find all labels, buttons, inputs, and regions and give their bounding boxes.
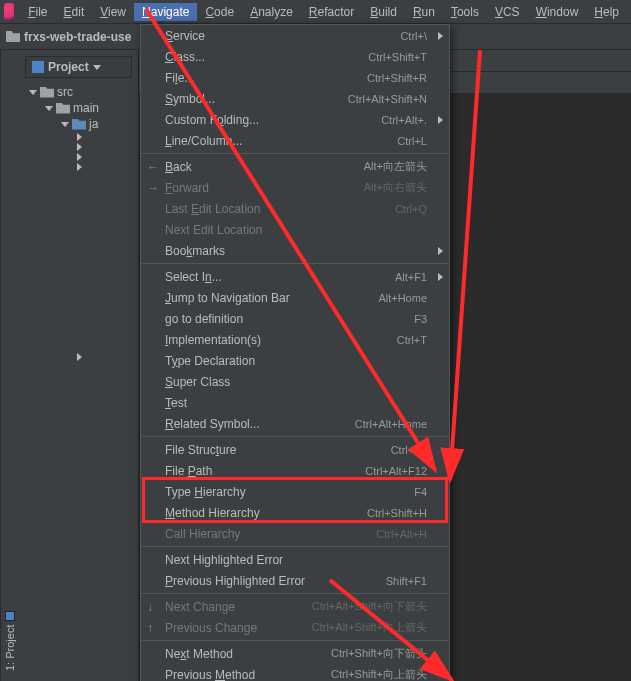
forward-arrow-icon: →: [147, 181, 159, 195]
menu-item-last-edit-location: Last Edit LocationCtrl+Q: [141, 198, 449, 219]
menu-item-next-highlighted-error[interactable]: Next Highlighted Error: [141, 549, 449, 570]
menu-edit[interactable]: Edit: [56, 3, 93, 21]
submenu-arrow-icon: [438, 273, 443, 281]
menu-item-bookmarks[interactable]: Bookmarks: [141, 240, 449, 261]
project-header-label: Project: [48, 60, 89, 74]
project-name[interactable]: frxs-web-trade-use: [24, 30, 131, 44]
menu-item-call-hierarchy: Call HierarchyCtrl+Alt+H: [141, 523, 449, 544]
menu-help[interactable]: Help: [586, 3, 627, 21]
menu-item-service[interactable]: ServiceCtrl+\: [141, 25, 449, 46]
menu-window[interactable]: Window: [528, 3, 587, 21]
menu-item-related-symbol[interactable]: Related Symbol...Ctrl+Alt+Home: [141, 413, 449, 434]
menu-item-symbol[interactable]: Symbol...Ctrl+Alt+Shift+N: [141, 88, 449, 109]
menu-item-super-class[interactable]: Super Class: [141, 371, 449, 392]
menu-item-class[interactable]: Class...Ctrl+Shift+T: [141, 46, 449, 67]
menu-item-back[interactable]: ←BackAlt+向左箭头: [141, 156, 449, 177]
menu-item-file-structure[interactable]: File StructureCtrl+F3: [141, 439, 449, 460]
menu-file[interactable]: File: [20, 3, 55, 21]
project-icon: [5, 611, 15, 621]
navigate-menu-dropdown: ServiceCtrl+\Class...Ctrl+Shift+TFile...…: [140, 24, 450, 681]
menu-item-select-in[interactable]: Select In...Alt+F1: [141, 266, 449, 287]
project-panel: Project src main ja: [19, 50, 139, 681]
menu-item-previous-change: ↑Previous ChangeCtrl+Alt+Shift+向上箭头: [141, 617, 449, 638]
menu-item-file[interactable]: File...Ctrl+Shift+R: [141, 67, 449, 88]
menu-item-jump-to-navigation-bar[interactable]: Jump to Navigation BarAlt+Home: [141, 287, 449, 308]
menu-item-type-declaration[interactable]: Type Declaration: [141, 350, 449, 371]
menu-refactor[interactable]: Refactor: [301, 3, 362, 21]
menu-item-file-path[interactable]: File PathCtrl+Alt+F12: [141, 460, 449, 481]
menu-tools[interactable]: Tools: [443, 3, 487, 21]
tool-tab-label: 1: Project: [4, 625, 16, 671]
chevron-down-icon: [93, 65, 101, 70]
menu-code[interactable]: Code: [197, 3, 242, 21]
project-icon: [32, 61, 44, 73]
folder-icon: [6, 31, 20, 42]
menu-item-next-change: ↓Next ChangeCtrl+Alt+Shift+向下箭头: [141, 596, 449, 617]
menu-item-next-edit-location: Next Edit Location: [141, 219, 449, 240]
menu-item-forward: →ForwardAlt+向右箭头: [141, 177, 449, 198]
project-tree[interactable]: src main ja: [19, 84, 138, 362]
project-header[interactable]: Project: [25, 56, 132, 78]
up-arrow-icon: ↑: [147, 621, 153, 635]
menu-item-next-method[interactable]: Next MethodCtrl+Shift+向下箭头: [141, 643, 449, 664]
menu-item-implementation-s[interactable]: Implementation(s)Ctrl+T: [141, 329, 449, 350]
submenu-arrow-icon: [438, 116, 443, 124]
menu-item-go-to-definition[interactable]: go to definitionF3: [141, 308, 449, 329]
menu-navigate[interactable]: Navigate: [134, 3, 197, 21]
tool-window-tab-project[interactable]: 1: Project: [0, 50, 19, 681]
back-arrow-icon: ←: [147, 160, 159, 174]
menu-item-previous-method[interactable]: Previous MethodCtrl+Shift+向上箭头: [141, 664, 449, 681]
menu-item-test[interactable]: Test: [141, 392, 449, 413]
menu-item-custom-folding[interactable]: Custom Folding...Ctrl+Alt+.: [141, 109, 449, 130]
menu-item-line-column[interactable]: Line/Column...Ctrl+L: [141, 130, 449, 151]
menu-view[interactable]: View: [92, 3, 134, 21]
submenu-arrow-icon: [438, 247, 443, 255]
menu-vcs[interactable]: VCS: [487, 3, 528, 21]
menu-item-type-hierarchy[interactable]: Type HierarchyF4: [141, 481, 449, 502]
menu-run[interactable]: Run: [405, 3, 443, 21]
submenu-arrow-icon: [438, 32, 443, 40]
app-logo: [4, 3, 14, 21]
menu-item-previous-highlighted-error[interactable]: Previous Highlighted ErrorShift+F1: [141, 570, 449, 591]
menubar: FileEditViewNavigateCodeAnalyzeRefactorB…: [0, 0, 631, 24]
menu-item-method-hierarchy[interactable]: Method HierarchyCtrl+Shift+H: [141, 502, 449, 523]
menu-build[interactable]: Build: [362, 3, 405, 21]
down-arrow-icon: ↓: [147, 600, 153, 614]
menu-analyze[interactable]: Analyze: [242, 3, 301, 21]
